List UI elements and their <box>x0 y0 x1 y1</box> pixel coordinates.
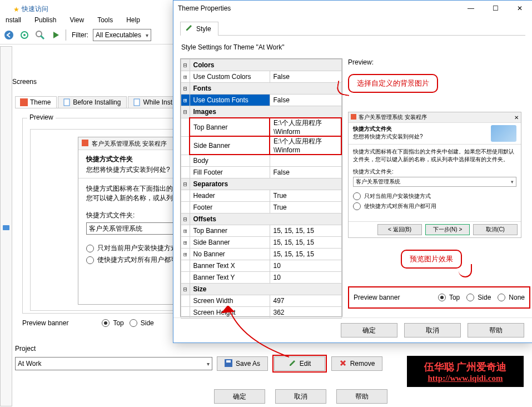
radio-all-users-label: 使快捷方式对所有用户都可用 <box>97 255 184 265</box>
gear-run-icon[interactable] <box>33 28 47 42</box>
menu-tools[interactable]: Tools <box>92 15 118 25</box>
chevron-down-icon: ▾ <box>146 32 148 38</box>
maximize-button[interactable]: ☐ <box>483 1 508 16</box>
preview-cancel-button[interactable]: 取消(C) <box>473 224 518 235</box>
back-icon[interactable] <box>2 28 16 42</box>
cat-size: Size <box>190 284 341 295</box>
filter-value: All Executables <box>96 31 141 39</box>
filter-combo[interactable]: All Executables▾ <box>93 29 151 41</box>
pencil-icon <box>185 24 193 33</box>
menu-publish[interactable]: Publish <box>29 15 62 25</box>
expand-icon[interactable]: ⊞ <box>181 237 190 249</box>
val-fill-footer[interactable]: False <box>270 167 341 178</box>
tab-style-label: Style <box>196 25 211 33</box>
gears-icon[interactable] <box>18 28 31 42</box>
val-top-banner[interactable]: E:\个人应用程序\Winform <box>270 118 341 136</box>
preview-folder-combo[interactable]: 客户关系管理系统▾ <box>353 177 516 187</box>
preview-next-button[interactable]: 下一步(N) > <box>425 224 470 235</box>
prop-use-custom-colors[interactable]: Use Custom Colors <box>190 71 270 83</box>
val-width[interactable]: 497 <box>270 295 341 307</box>
project-combo[interactable]: At Work▾ <box>15 357 212 370</box>
preview-label: Preview: <box>348 58 525 66</box>
preview-back-button[interactable]: < 返回(B) <box>377 224 422 235</box>
dialog-titlebar[interactable]: Theme Properties — ☐ ✕ <box>173 1 532 16</box>
remove-button[interactable]: Remove <box>331 356 382 371</box>
menu-view[interactable]: View <box>64 15 90 25</box>
prop-off-top[interactable]: Top Banner <box>190 225 270 237</box>
prop-body[interactable]: Body <box>190 155 270 167</box>
banner-image <box>491 125 516 142</box>
val-use-custom-colors[interactable]: False <box>270 71 341 83</box>
prop-header[interactable]: Header <box>190 190 270 202</box>
val-off-no[interactable]: 15, 15, 15, 15 <box>270 249 341 260</box>
tab-style[interactable]: Style <box>180 22 218 36</box>
dlg-help-button[interactable]: 帮助 <box>468 323 524 337</box>
dlg-cancel-button[interactable]: 取消 <box>404 323 461 337</box>
collapse-icon[interactable]: ⊟ <box>181 83 190 95</box>
menu-install[interactable]: nstall <box>0 15 27 25</box>
expand-icon[interactable]: ⊞ <box>181 225 190 237</box>
prop-off-no[interactable]: No Banner <box>190 249 270 260</box>
prop-btx[interactable]: Banner Text X <box>190 260 270 272</box>
tab-before-installing[interactable]: Before Installing <box>58 96 127 108</box>
dlg-radio-top[interactable]: Top <box>438 294 460 301</box>
collapse-icon[interactable]: ⊟ <box>181 178 190 190</box>
dialog-preview-frame: 客户关系管理系统 安装程序✕ 快捷方式文件夹您想将快捷方式安装到何处? 快捷方式… <box>348 112 521 238</box>
dlg-radio-none[interactable]: None <box>498 294 525 301</box>
quick-access-label: 快速访问 <box>22 4 48 14</box>
expand-icon[interactable]: ⊞ <box>181 71 190 83</box>
tab-theme[interactable]: Theme <box>15 96 57 108</box>
val-bty[interactable]: 10 <box>270 272 341 284</box>
preview-banner-label: Preview banner <box>22 319 68 327</box>
arrow-annotation <box>206 306 295 367</box>
val-off-side[interactable]: 15, 15, 15, 15 <box>270 237 341 249</box>
val-off-top[interactable]: 15, 15, 15, 15 <box>270 225 341 237</box>
minimize-button[interactable]: — <box>459 1 483 16</box>
expand-icon[interactable]: ⊞ <box>181 95 190 106</box>
collapse-icon[interactable]: ⊟ <box>181 214 190 225</box>
ok-button[interactable]: 确定 <box>214 389 265 404</box>
menubar: nstall Publish View Tools Help <box>0 14 146 26</box>
menu-help[interactable]: Help <box>121 15 146 25</box>
dlg-ok-button[interactable]: 确定 <box>341 323 397 337</box>
radio-side[interactable]: Side <box>130 319 154 327</box>
expand-icon[interactable]: ⊞ <box>181 249 190 260</box>
collapse-icon[interactable]: ⊟ <box>181 284 190 295</box>
prop-footer[interactable]: Footer <box>190 202 270 214</box>
prop-bty[interactable]: Banner Text Y <box>190 272 270 284</box>
quick-access-link[interactable]: ★ 快速访问 <box>13 4 48 14</box>
dlg-radio-side[interactable]: Side <box>466 294 491 301</box>
preview-radio-all[interactable]: 使快捷方式对所有用户都可用 <box>353 202 516 210</box>
back-dialog-buttons: 确定 取消 帮助 <box>214 389 387 404</box>
prop-side-banner[interactable]: Side Banner <box>190 136 270 155</box>
prop-off-side[interactable]: Side Banner <box>190 237 270 249</box>
val-header[interactable]: True <box>270 190 341 202</box>
watermark: 伍华聪 广州爱奇迪 http://www.iqidi.com <box>407 356 524 387</box>
page-icon <box>63 98 71 106</box>
prop-fill-footer[interactable]: Fill Footer <box>190 167 270 178</box>
screens-label: Screens <box>12 78 37 86</box>
screens-sidebar-button[interactable] <box>0 46 12 406</box>
val-side-banner[interactable]: E:\个人应用程序\Winform <box>270 136 341 155</box>
tab-while-installing[interactable]: While Inst <box>128 96 178 108</box>
collapse-icon[interactable]: ⊟ <box>181 106 190 118</box>
collapse-icon[interactable]: ⊟ <box>181 59 190 71</box>
help-button[interactable]: 帮助 <box>336 389 387 404</box>
prop-top-banner[interactable]: Top Banner <box>190 118 270 136</box>
prop-width[interactable]: Screen Width <box>190 295 270 307</box>
preview-radio-current[interactable]: 只对当前用户安装快捷方式 <box>353 192 516 200</box>
close-button[interactable]: ✕ <box>508 1 532 16</box>
cat-separators: Separators <box>190 178 341 190</box>
radio-top[interactable]: Top <box>102 319 123 327</box>
val-body[interactable] <box>270 155 341 167</box>
val-btx[interactable]: 10 <box>270 260 341 272</box>
dialog-right-column: Preview: 选择自定义的背景图片 客户关系管理系统 安装程序✕ 快捷方式文… <box>348 58 525 317</box>
val-use-custom-fonts[interactable]: False <box>270 95 341 106</box>
app-icon <box>82 140 88 147</box>
cancel-button[interactable]: 取消 <box>275 389 326 404</box>
tab-while-label: While Inst <box>143 98 172 106</box>
play-icon[interactable] <box>49 28 62 42</box>
prop-use-custom-fonts[interactable]: Use Custom Fonts <box>190 95 270 106</box>
property-grid[interactable]: ⊟Colors ⊞Use Custom ColorsFalse ⊟Fonts ⊞… <box>180 58 342 317</box>
val-footer[interactable]: True <box>270 202 341 214</box>
